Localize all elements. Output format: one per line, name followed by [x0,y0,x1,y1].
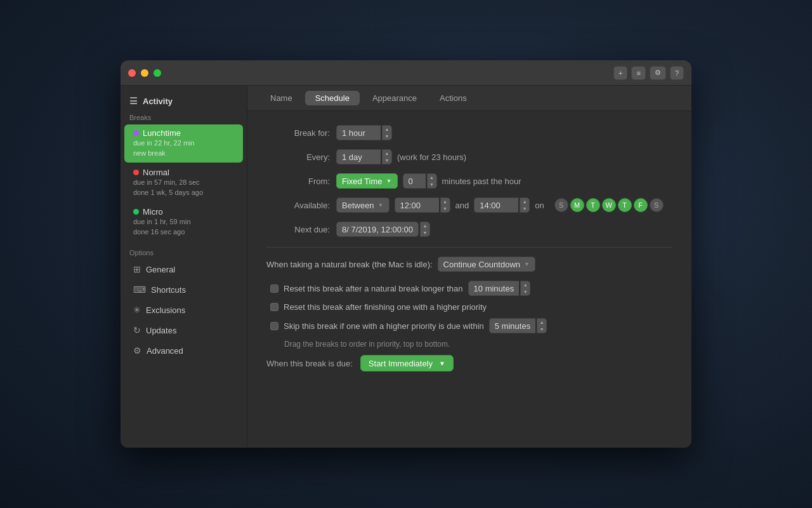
break-for-row: Break for: 1 hour ▲ ▼ [266,124,672,142]
break-item-lunchtime[interactable]: Lunchtime due in 22 hr, 22 min new break [124,124,243,163]
title-bar: + ≡ ⚙ ? [121,60,691,86]
option-updates[interactable]: ↻ Updates [124,321,243,340]
break-for-arrows[interactable]: ▲ ▼ [382,125,392,140]
option-advanced[interactable]: ⚙ Advanced [124,341,243,360]
tab-name[interactable]: Name [260,91,303,105]
when-due-dropdown[interactable]: Start Immediately ▼ [360,355,454,371]
reset-priority-checkbox[interactable] [270,303,278,311]
micro-dot [133,209,139,215]
skip-label: Skip this break if one with a higher pri… [284,321,484,331]
next-due-arrows[interactable]: ▲ ▼ [420,222,430,237]
maximize-button[interactable] [154,69,161,77]
skip-row: Skip this break if one with a higher pri… [266,318,672,333]
option-general[interactable]: ⊞ General [124,260,243,279]
reset-natural-up[interactable]: ▲ [521,281,530,288]
help-button[interactable]: ? [670,66,684,80]
lunchtime-dot [133,130,139,136]
advanced-icon: ⚙ [133,345,141,356]
day-fri[interactable]: F [634,198,648,212]
next-due-down[interactable]: ▼ [421,229,429,236]
day-tue[interactable]: T [586,198,600,212]
skip-up[interactable]: ▲ [537,319,546,326]
next-due-up[interactable]: ▲ [421,222,429,229]
from-dropdown[interactable]: Fixed Time ▼ [336,173,398,189]
from-dropdown-chevron: ▼ [386,178,392,184]
add-button[interactable]: + [613,66,627,80]
tab-schedule[interactable]: Schedule [305,91,360,105]
list-button[interactable]: ≡ [631,66,645,80]
time-from-down[interactable]: ▼ [441,205,450,212]
next-due-stepper[interactable]: 8/ 7/2019, 12:00:00 ▲ ▼ [336,222,430,237]
every-up[interactable]: ▲ [383,150,391,157]
time-to-up[interactable]: ▲ [520,198,529,205]
break-for-label: Break for: [266,128,330,138]
reset-natural-down[interactable]: ▼ [521,288,530,295]
time-to-stepper[interactable]: 14:00 ▲ ▼ [474,197,530,213]
toolbar: + ≡ ⚙ ? [613,66,684,80]
skip-stepper[interactable]: 5 minutes ▲ ▼ [489,318,547,333]
every-arrows[interactable]: ▲ ▼ [382,149,392,164]
break-item-micro[interactable]: Micro due in 1 hr, 59 min done 16 sec ag… [124,203,243,241]
and-label: and [455,201,469,210]
time-from-arrows[interactable]: ▲ ▼ [440,197,450,213]
day-thu[interactable]: T [618,198,632,212]
reset-natural-arrows[interactable]: ▲ ▼ [520,281,530,296]
day-sat[interactable]: S [650,198,664,212]
reset-natural-stepper[interactable]: 10 minutes ▲ ▼ [468,281,531,296]
general-icon: ⊞ [133,264,141,274]
day-mon[interactable]: M [570,198,584,212]
available-label: Available: [266,201,330,210]
available-mode-chevron: ▼ [378,202,384,208]
reset-natural-label: Reset this break after a natural break l… [284,284,463,293]
minimize-button[interactable] [141,69,148,77]
time-from-stepper[interactable]: 12:00 ▲ ▼ [395,197,450,213]
updates-label: Updates [146,326,176,335]
break-for-stepper[interactable]: 1 hour ▲ ▼ [336,125,392,140]
close-button[interactable] [128,69,136,77]
every-row: Every: 1 day ▲ ▼ (work for 23 hours) [266,148,672,166]
skip-checkbox[interactable] [270,322,278,330]
tab-appearance[interactable]: Appearance [362,91,427,105]
time-to-arrows[interactable]: ▲ ▼ [520,197,530,213]
from-label: From: [266,177,330,186]
option-shortcuts[interactable]: ⌨ Shortcuts [124,280,243,299]
day-sun[interactable]: S [554,198,568,212]
time-from-up[interactable]: ▲ [441,198,450,205]
from-offset-down[interactable]: ▼ [428,181,436,188]
next-due-value: 8/ 7/2019, 12:00:00 [336,222,419,237]
time-to-down[interactable]: ▼ [520,205,529,212]
options-section-label: Options [121,241,247,259]
general-label: General [146,265,175,274]
tab-actions[interactable]: Actions [429,91,477,105]
lunchtime-sub1: due in 22 hr, 22 min [133,138,234,148]
shortcuts-label: Shortcuts [151,285,186,295]
natural-break-row: When taking a natural break (the Mac is … [266,257,672,272]
break-name-micro: Micro [133,207,234,217]
reset-natural-checkbox[interactable] [270,284,278,293]
when-due-row: When this break is due: Start Immediatel… [266,355,672,371]
break-for-up[interactable]: ▲ [383,126,391,133]
from-offset-up[interactable]: ▲ [428,174,436,181]
gear-button[interactable]: ⚙ [650,66,666,80]
tab-bar: Name Schedule Appearance Actions [247,86,691,111]
day-wed[interactable]: W [602,198,616,212]
option-exclusions[interactable]: ✳ Exclusions [124,300,243,319]
from-offset-arrows[interactable]: ▲ ▼ [427,173,437,189]
natural-break-label: When taking a natural break (the Mac is … [266,260,433,269]
time-from-value: 12:00 [395,197,439,213]
when-due-label: When this break is due: [266,359,353,368]
skip-down[interactable]: ▼ [537,326,546,333]
lunchtime-sub2: new break [133,149,234,158]
next-due-row: Next due: 8/ 7/2019, 12:00:00 ▲ ▼ [266,220,672,238]
main-layout: ☰ Activity Breaks Lunchtime due in 22 hr… [121,86,691,448]
natural-break-dropdown[interactable]: Continue Countdown ▼ [438,257,535,272]
skip-value: 5 minutes [489,318,535,333]
break-for-down[interactable]: ▼ [383,133,391,140]
available-mode-dropdown[interactable]: Between ▼ [336,197,390,213]
break-item-normal[interactable]: Normal due in 57 min, 28 sec done 1 wk, … [124,164,243,202]
every-down[interactable]: ▼ [383,157,391,164]
skip-arrows[interactable]: ▲ ▼ [537,318,547,333]
every-stepper[interactable]: 1 day ▲ ▼ [336,149,392,164]
exclusions-icon: ✳ [133,305,141,315]
from-offset-stepper[interactable]: 0 ▲ ▼ [403,173,437,189]
